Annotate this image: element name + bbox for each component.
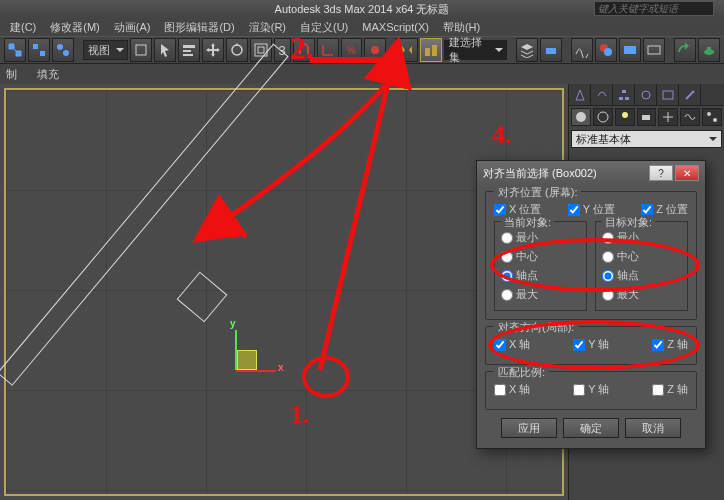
svg-text:%: % bbox=[347, 45, 356, 56]
main-toolbar: 视图 3 % 建选择集 bbox=[0, 36, 724, 64]
ok-button[interactable]: 确定 bbox=[563, 418, 619, 438]
second-bar-left: 制 bbox=[6, 67, 17, 82]
move-button[interactable] bbox=[202, 38, 224, 62]
group-title: 对齐位置 (屏幕): bbox=[494, 185, 581, 200]
curve-editor-button[interactable] bbox=[571, 38, 593, 62]
separator bbox=[667, 38, 672, 62]
separator bbox=[76, 38, 81, 62]
reference-coord-dropdown[interactable]: 视图 bbox=[83, 40, 128, 60]
named-selection-dropdown[interactable]: 建选择集 bbox=[444, 40, 507, 60]
search-input[interactable] bbox=[594, 1, 714, 16]
dialog-title-text: 对齐当前选择 (Box002) bbox=[483, 166, 647, 181]
target-max-radio[interactable]: 最大 bbox=[602, 287, 639, 302]
z-axis-check[interactable]: Z 轴 bbox=[652, 337, 688, 352]
scale-x-check[interactable]: X 轴 bbox=[494, 382, 530, 397]
layer-button[interactable] bbox=[516, 38, 538, 62]
selection-filter-button[interactable] bbox=[130, 38, 152, 62]
hierarchy-tab[interactable] bbox=[613, 84, 635, 106]
menu-bar: 建(C) 修改器(M) 动画(A) 图形编辑器(D) 渲染(R) 自定义(U) … bbox=[0, 18, 724, 36]
target-object-col: 目标对象: 最小 中心 轴点 最大 bbox=[595, 221, 688, 311]
modify-tab[interactable] bbox=[591, 84, 613, 106]
current-max-radio[interactable]: 最大 bbox=[501, 287, 538, 302]
create-tab[interactable] bbox=[569, 84, 591, 106]
render-button[interactable] bbox=[674, 38, 696, 62]
svg-point-34 bbox=[713, 118, 717, 122]
render-frame-button[interactable] bbox=[643, 38, 665, 62]
menu-item[interactable]: 动画(A) bbox=[108, 18, 157, 37]
geometry-icon[interactable] bbox=[571, 108, 591, 126]
svg-rect-14 bbox=[432, 45, 437, 56]
svg-rect-24 bbox=[622, 90, 626, 93]
menu-item[interactable]: 图形编辑器(D) bbox=[158, 18, 240, 37]
svg-point-33 bbox=[707, 112, 711, 116]
help-button[interactable]: ? bbox=[649, 165, 673, 181]
menu-item[interactable]: 帮助(H) bbox=[437, 18, 486, 37]
svg-rect-18 bbox=[624, 46, 636, 54]
rotate-button[interactable] bbox=[226, 38, 248, 62]
svg-point-2 bbox=[57, 44, 63, 50]
display-tab[interactable] bbox=[657, 84, 679, 106]
gizmo-xy-plane[interactable] bbox=[237, 350, 257, 370]
shapes-icon[interactable] bbox=[593, 108, 613, 126]
teapot-button[interactable] bbox=[698, 38, 720, 62]
menu-item[interactable]: 自定义(U) bbox=[294, 18, 354, 37]
percent-snap-button[interactable]: % bbox=[341, 38, 363, 62]
x-axis-check[interactable]: X 轴 bbox=[494, 337, 530, 352]
target-pivot-radio[interactable]: 轴点 bbox=[602, 268, 639, 283]
svg-point-3 bbox=[63, 50, 69, 56]
menu-item[interactable]: 建(C) bbox=[4, 18, 42, 37]
material-editor-button[interactable] bbox=[595, 38, 617, 62]
target-min-radio[interactable]: 最小 bbox=[602, 230, 639, 245]
select-name-button[interactable] bbox=[178, 38, 200, 62]
svg-rect-21 bbox=[707, 47, 711, 50]
helpers-icon[interactable] bbox=[658, 108, 678, 126]
col-title: 目标对象: bbox=[602, 215, 655, 230]
schematic-button[interactable] bbox=[540, 38, 562, 62]
svg-rect-19 bbox=[648, 46, 660, 54]
gizmo-y-axis[interactable] bbox=[235, 330, 237, 370]
scale-y-check[interactable]: Y 轴 bbox=[573, 382, 609, 397]
category-dropdown[interactable]: 标准基本体 bbox=[571, 130, 722, 148]
angle-snap-toggle[interactable] bbox=[317, 38, 339, 62]
close-button[interactable]: ✕ bbox=[675, 165, 699, 181]
gizmo-y-label: y bbox=[230, 318, 236, 329]
app-title: Autodesk 3ds Max 2014 x64 无标题 bbox=[275, 2, 450, 17]
render-setup-button[interactable] bbox=[619, 38, 641, 62]
menu-item[interactable]: 渲染(R) bbox=[243, 18, 292, 37]
select-button[interactable] bbox=[154, 38, 176, 62]
current-min-radio[interactable]: 最小 bbox=[501, 230, 538, 245]
align-dialog: 对齐当前选择 (Box002) ? ✕ 对齐位置 (屏幕): X 位置 Y 位置… bbox=[476, 160, 706, 449]
snap-button[interactable] bbox=[293, 38, 315, 62]
cancel-button[interactable]: 取消 bbox=[625, 418, 681, 438]
spacewarps-icon[interactable] bbox=[680, 108, 700, 126]
align-button[interactable] bbox=[420, 38, 442, 62]
target-center-radio[interactable]: 中心 bbox=[602, 249, 639, 264]
second-toolbar: 制 填充 bbox=[0, 64, 724, 84]
svg-point-30 bbox=[598, 112, 608, 122]
move-gizmo[interactable]: x y bbox=[206, 340, 266, 400]
cameras-icon[interactable] bbox=[637, 108, 657, 126]
dialog-titlebar[interactable]: 对齐当前选择 (Box002) ? ✕ bbox=[477, 161, 705, 185]
mirror-button[interactable] bbox=[396, 38, 418, 62]
gizmo-x-axis[interactable] bbox=[236, 370, 276, 372]
scale-z-check[interactable]: Z 轴 bbox=[652, 382, 688, 397]
y-axis-check[interactable]: Y 轴 bbox=[573, 337, 609, 352]
bind-button[interactable] bbox=[52, 38, 74, 62]
menu-item[interactable]: MAXScript(X) bbox=[356, 19, 435, 35]
link-button[interactable] bbox=[4, 38, 26, 62]
svg-point-29 bbox=[576, 112, 586, 122]
apply-button[interactable]: 应用 bbox=[501, 418, 557, 438]
svg-point-17 bbox=[604, 48, 612, 56]
lights-icon[interactable] bbox=[615, 108, 635, 126]
menu-item[interactable]: 修改器(M) bbox=[44, 18, 106, 37]
utilities-tab[interactable] bbox=[679, 84, 701, 106]
current-center-radio[interactable]: 中心 bbox=[501, 249, 538, 264]
unlink-button[interactable] bbox=[28, 38, 50, 62]
motion-tab[interactable] bbox=[635, 84, 657, 106]
svg-rect-7 bbox=[183, 54, 193, 56]
systems-icon[interactable] bbox=[702, 108, 722, 126]
group-title: 对齐方向(局部): bbox=[494, 320, 578, 335]
spinner-snap-button[interactable] bbox=[364, 38, 386, 62]
panel-tabs bbox=[569, 84, 724, 106]
current-pivot-radio[interactable]: 轴点 bbox=[501, 268, 538, 283]
